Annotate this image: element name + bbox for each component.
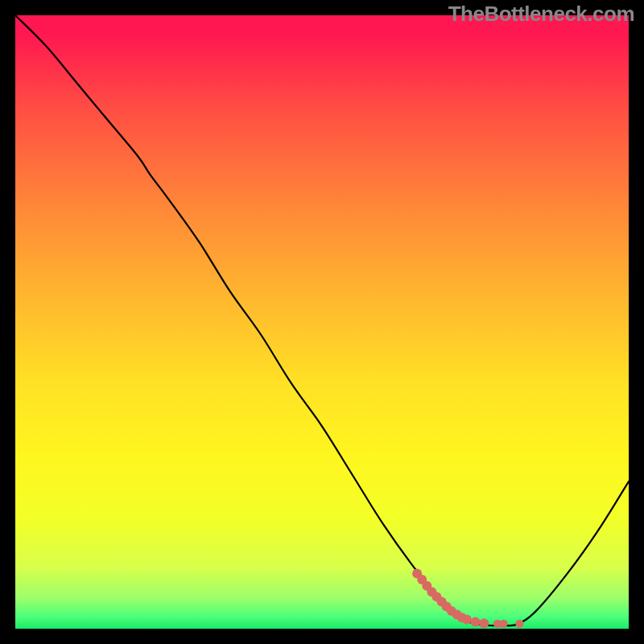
marker-dot — [471, 617, 481, 627]
chart-frame: TheBottleneck.com — [0, 0, 644, 644]
marker-dot — [479, 618, 489, 628]
plot-area — [15, 15, 629, 629]
watermark-label: TheBottleneck.com — [448, 2, 634, 27]
marker-dot — [500, 620, 508, 628]
marker-dot — [515, 620, 523, 628]
marker-dot — [462, 615, 472, 625]
highlight-markers — [15, 15, 629, 629]
